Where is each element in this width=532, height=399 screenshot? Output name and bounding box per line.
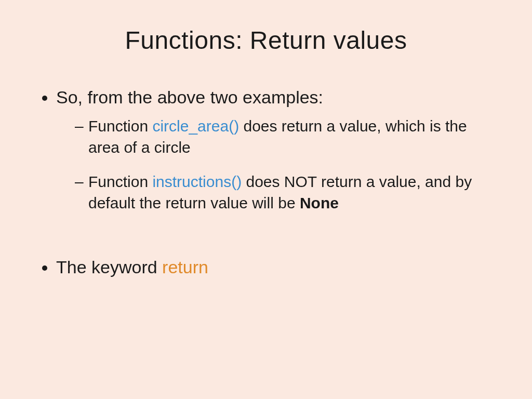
bullet-item-2: The keyword return <box>56 256 501 278</box>
bullet-item-1: So, from the above two examples: Functio… <box>56 86 501 214</box>
spacer <box>31 227 501 256</box>
sub-item-1: Function circle_area() does return a val… <box>79 116 501 158</box>
main-bullet-list: So, from the above two examples: Functio… <box>31 86 501 214</box>
sub-bullet-list: Function circle_area() does return a val… <box>56 116 501 214</box>
slide-title: Functions: Return values <box>31 26 501 55</box>
second-bullet-list: The keyword return <box>31 256 501 278</box>
bullet2-prefix: The keyword <box>56 257 162 277</box>
sub2-bold: None <box>300 194 339 211</box>
slide-container: Functions: Return values So, from the ab… <box>0 0 532 399</box>
sub2-code: instructions() <box>152 173 242 190</box>
sub1-prefix: Function <box>88 117 152 135</box>
bullet2-code: return <box>162 257 208 277</box>
sub1-code: circle_area() <box>152 117 239 135</box>
sub-item-2: Function instructions() does NOT return … <box>79 171 501 214</box>
sub2-prefix: Function <box>88 173 152 190</box>
bullet-1-text: So, from the above two examples: <box>56 87 323 107</box>
